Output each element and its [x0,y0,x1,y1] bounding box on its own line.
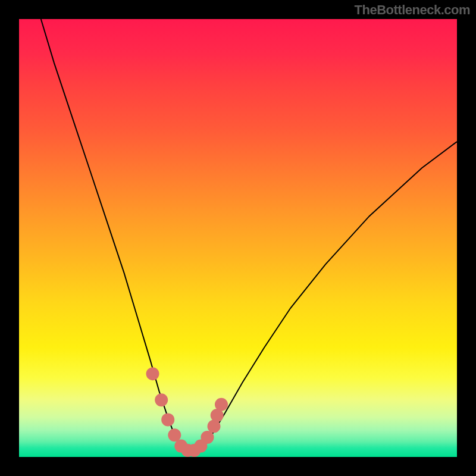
bottleneck-curve [41,19,457,450]
chart-svg [19,19,457,457]
highlight-dot [155,393,168,406]
highlight-dot [215,398,228,411]
highlight-dot [168,428,181,441]
watermark-text: TheBottleneck.com [355,2,470,18]
highlight-dot [201,431,214,444]
chart-plot-area [19,19,457,457]
highlight-dots-group [146,367,228,457]
highlight-dot [161,413,174,426]
highlight-dot [146,367,159,380]
